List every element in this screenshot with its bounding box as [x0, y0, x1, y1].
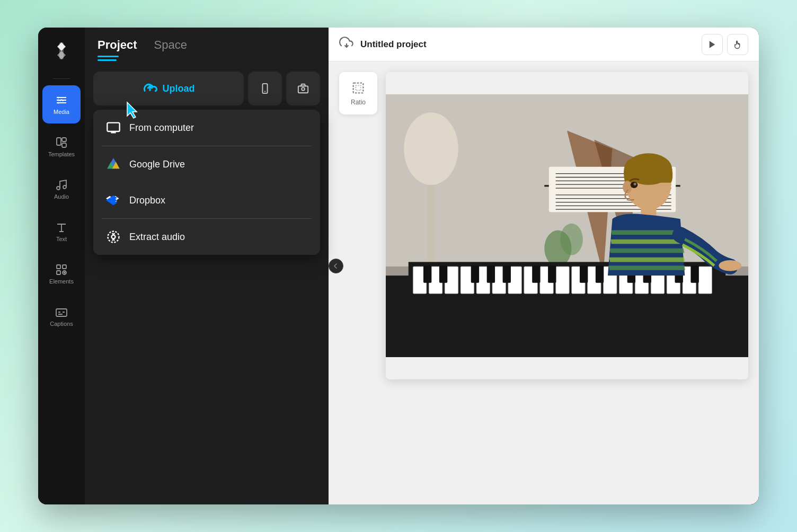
svg-rect-4 [57, 138, 61, 145]
app-container: Media Templates Audio Text [38, 28, 759, 504]
upload-button-label: Upload [163, 83, 195, 94]
header-actions [702, 34, 748, 55]
dropdown-item-extract-audio[interactable]: Extract audio [93, 219, 320, 255]
dropdown-label-google-drive: Google Drive [129, 159, 185, 170]
dropdown-item-google-drive[interactable]: Google Drive [93, 146, 320, 182]
svg-point-23 [112, 235, 116, 239]
svg-point-34 [560, 224, 583, 255]
ratio-button[interactable]: Ratio [339, 72, 377, 114]
svg-rect-14 [262, 84, 267, 93]
upload-button[interactable]: Upload [93, 72, 244, 105]
sidebar: Media Templates Audio Text [38, 28, 85, 504]
sidebar-item-templates-label: Templates [48, 151, 75, 157]
sidebar-item-text[interactable]: Text [42, 212, 81, 251]
svg-rect-17 [107, 123, 119, 131]
svg-point-16 [302, 87, 305, 91]
upload-camera-button[interactable] [286, 72, 320, 105]
dropdown-label-dropbox: Dropbox [129, 195, 165, 206]
sidebar-item-elements-label: Elements [49, 278, 74, 285]
dropdown-item-dropbox[interactable]: Dropbox [93, 182, 320, 218]
sidebar-item-audio-label: Audio [54, 193, 69, 200]
svg-point-29 [404, 112, 458, 185]
svg-marker-24 [710, 41, 715, 48]
sidebar-divider [53, 78, 70, 79]
panel-collapse-button[interactable] [329, 259, 343, 273]
sidebar-item-templates[interactable]: Templates [42, 128, 81, 166]
dropdown-item-from-computer[interactable]: From computer [93, 110, 320, 146]
svg-rect-55 [698, 267, 712, 294]
project-title: Untitled project [360, 39, 695, 50]
svg-rect-13 [56, 309, 67, 316]
tab-space[interactable]: Space [154, 38, 187, 56]
svg-point-22 [108, 232, 119, 243]
sidebar-item-audio[interactable]: Audio [42, 170, 81, 208]
canvas-area: Ratio [329, 61, 759, 504]
svg-rect-62 [548, 265, 556, 282]
svg-rect-46 [556, 267, 570, 294]
sidebar-item-text-label: Text [56, 236, 67, 242]
pointer-button[interactable] [727, 34, 748, 55]
svg-rect-56 [423, 265, 431, 282]
svg-rect-6 [62, 143, 66, 147]
sidebar-item-elements[interactable]: Elements [42, 255, 81, 293]
app-logo[interactable] [49, 38, 74, 64]
sidebar-item-media[interactable]: Media [42, 85, 81, 123]
sidebar-item-captions[interactable]: Captions [42, 297, 81, 335]
svg-rect-63 [580, 265, 588, 282]
svg-point-87 [634, 183, 636, 185]
svg-rect-59 [487, 265, 495, 282]
svg-rect-57 [439, 265, 447, 282]
svg-rect-64 [596, 265, 604, 282]
ratio-label: Ratio [351, 99, 366, 106]
upload-phone-button[interactable] [248, 72, 282, 105]
sidebar-item-captions-label: Captions [50, 321, 73, 327]
svg-rect-60 [503, 265, 511, 282]
svg-rect-9 [57, 265, 60, 269]
svg-rect-68 [690, 265, 698, 282]
dropdown-label-from-computer: From computer [129, 122, 194, 134]
svg-rect-5 [62, 138, 66, 141]
svg-rect-25 [353, 83, 364, 93]
play-button[interactable] [702, 34, 723, 55]
dropdown-label-extract-audio: Extract audio [129, 232, 185, 243]
upload-section: Upload [93, 72, 320, 105]
canvas-preview [386, 72, 748, 379]
panel-content: Upload [85, 61, 329, 504]
svg-point-83 [623, 181, 632, 193]
svg-rect-0 [59, 42, 64, 59]
tab-project[interactable]: Project [98, 38, 137, 56]
svg-rect-58 [471, 265, 479, 282]
svg-rect-10 [63, 265, 66, 269]
main-content: Untitled project [329, 28, 759, 504]
svg-point-85 [719, 260, 741, 271]
cloud-save-icon [339, 36, 354, 53]
svg-point-7 [57, 187, 60, 190]
svg-rect-30 [428, 185, 435, 267]
svg-rect-61 [532, 265, 540, 282]
svg-point-8 [63, 185, 66, 189]
main-header: Untitled project [329, 28, 759, 61]
upload-dropdown: From computer Google Drive [93, 110, 320, 255]
svg-rect-11 [57, 271, 60, 274]
panel-tabs: Project Space [85, 28, 329, 56]
panel: Project Space Upload [85, 28, 329, 504]
